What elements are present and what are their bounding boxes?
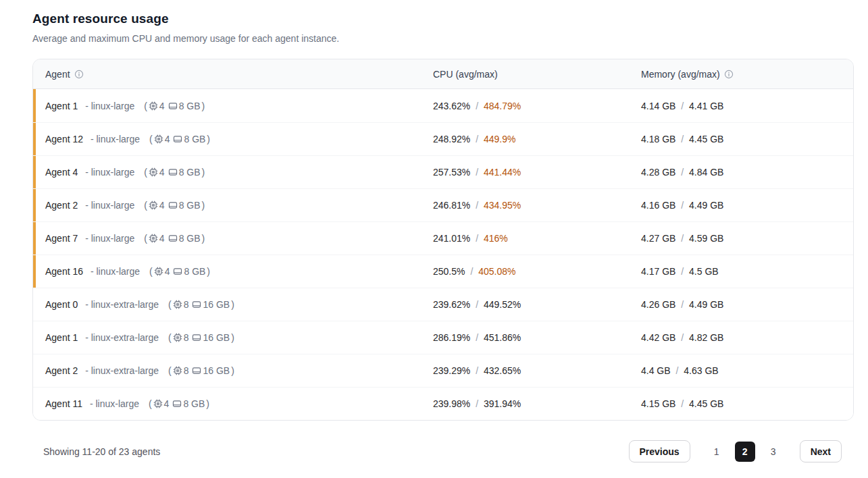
info-icon[interactable] bbox=[724, 70, 734, 79]
spec-paren-close: ) bbox=[206, 398, 209, 409]
spec-cpu-count: 4 bbox=[159, 200, 165, 211]
value-separator: / bbox=[681, 398, 684, 409]
memory-icon bbox=[172, 399, 182, 408]
table-header-row: Agent CPU (avg/max) Memory (avg/max) bbox=[33, 59, 853, 89]
cpu-cell: 241.01% / 416% bbox=[421, 233, 629, 244]
spec-cpu-count: 4 bbox=[165, 134, 170, 144]
agent-name: Agent 11 bbox=[45, 398, 82, 409]
spec-paren-close: ) bbox=[231, 365, 234, 376]
agent-resource-usage-panel: Agent resource usage Average and maximum… bbox=[0, 0, 868, 462]
spec-cpu-count: 8 bbox=[184, 365, 189, 376]
memory-max-value: 4.45 GB bbox=[689, 134, 723, 144]
memory-icon bbox=[173, 267, 182, 276]
memory-avg-value: 4.16 GB bbox=[641, 200, 675, 211]
column-header-agent: Agent bbox=[33, 69, 421, 80]
memory-avg-value: 4.15 GB bbox=[641, 398, 675, 409]
cpu-cell: 239.98% / 391.94% bbox=[421, 398, 629, 409]
page-title: Agent resource usage bbox=[32, 11, 854, 26]
value-separator: / bbox=[681, 233, 684, 244]
memory-icon bbox=[173, 134, 182, 144]
spec-paren-open: ( bbox=[149, 266, 153, 277]
agent-instance-type: - linux-extra-large bbox=[85, 299, 159, 310]
value-separator: / bbox=[476, 332, 478, 343]
value-separator: / bbox=[681, 332, 684, 343]
spec-cpu-count: 4 bbox=[165, 266, 170, 277]
showing-count-label: Showing 11-20 of 23 agents bbox=[43, 446, 160, 457]
value-separator: / bbox=[476, 398, 478, 409]
agent-instance-type: - linux-large bbox=[85, 101, 134, 111]
spec-paren-close: ) bbox=[202, 101, 205, 111]
page-number-3[interactable]: 3 bbox=[763, 442, 784, 462]
table-row: Agent 12 - linux-large ( 4 8 GB ) 248.92… bbox=[33, 122, 853, 155]
memory-cell: 4.15 GB / 4.45 GB bbox=[629, 398, 853, 409]
cpu-cell: 239.29% / 432.65% bbox=[421, 365, 629, 376]
cpu-chip-icon bbox=[154, 134, 163, 144]
spec-paren-open: ( bbox=[168, 365, 172, 376]
memory-icon bbox=[192, 366, 201, 375]
value-separator: / bbox=[476, 299, 478, 310]
spec-ram-size: 8 GB bbox=[179, 200, 201, 211]
agent-cell: Agent 1 - linux-extra-large ( 8 16 GB ) bbox=[33, 332, 421, 343]
agent-name: Agent 2 bbox=[45, 365, 78, 376]
cpu-avg-value: 239.62% bbox=[433, 299, 470, 310]
cpu-chip-icon bbox=[173, 366, 182, 375]
spec-ram-size: 8 GB bbox=[179, 233, 201, 244]
memory-max-value: 4.49 GB bbox=[689, 200, 723, 211]
cpu-chip-icon bbox=[149, 234, 158, 243]
warning-bar bbox=[33, 123, 36, 155]
memory-avg-value: 4.42 GB bbox=[641, 332, 675, 343]
spec-cpu-count: 4 bbox=[164, 398, 170, 409]
agent-name: Agent 16 bbox=[45, 266, 83, 277]
cpu-avg-value: 250.5% bbox=[433, 266, 465, 277]
warning-bar bbox=[33, 189, 36, 221]
spec-cpu-count: 4 bbox=[159, 101, 165, 111]
cpu-avg-value: 246.81% bbox=[433, 200, 470, 211]
cpu-max-value: 449.9% bbox=[484, 134, 515, 144]
agent-instance-type: - linux-large bbox=[91, 266, 140, 277]
agent-spec: ( 4 8 GB ) bbox=[149, 398, 209, 409]
memory-icon bbox=[168, 234, 178, 243]
cpu-column-label: CPU (avg/max) bbox=[433, 69, 498, 80]
spec-paren-close: ) bbox=[202, 167, 205, 178]
spec-paren-open: ( bbox=[149, 134, 153, 144]
memory-max-value: 4.63 GB bbox=[684, 365, 718, 376]
cpu-max-value: 416% bbox=[484, 233, 508, 244]
previous-page-button[interactable]: Previous bbox=[629, 440, 690, 462]
cpu-avg-value: 257.53% bbox=[433, 167, 470, 178]
value-separator: / bbox=[476, 233, 478, 244]
agent-spec: ( 8 16 GB ) bbox=[168, 365, 234, 376]
agent-spec: ( 8 16 GB ) bbox=[168, 332, 234, 343]
spec-ram-size: 16 GB bbox=[203, 365, 230, 376]
value-separator: / bbox=[476, 200, 478, 211]
agent-column-label: Agent bbox=[45, 69, 70, 80]
memory-cell: 4.28 GB / 4.84 GB bbox=[629, 167, 853, 178]
memory-max-value: 4.45 GB bbox=[689, 398, 723, 409]
agent-spec: ( 4 8 GB ) bbox=[149, 134, 210, 144]
next-page-button[interactable]: Next bbox=[800, 440, 842, 462]
spec-ram-size: 16 GB bbox=[203, 299, 230, 310]
agent-instance-type: - linux-extra-large bbox=[85, 332, 159, 343]
memory-avg-value: 4.18 GB bbox=[641, 134, 675, 144]
column-header-memory: Memory (avg/max) bbox=[629, 69, 853, 80]
cpu-cell: 286.19% / 451.86% bbox=[421, 332, 629, 343]
table-row: Agent 4 - linux-large ( 4 8 GB ) 257.53%… bbox=[33, 155, 853, 188]
page-number-2[interactable]: 2 bbox=[735, 442, 755, 462]
value-separator: / bbox=[675, 365, 678, 376]
spec-paren-close: ) bbox=[207, 134, 210, 144]
spec-paren-close: ) bbox=[207, 266, 210, 277]
agent-instance-type: - linux-large bbox=[90, 398, 139, 409]
cpu-max-value: 405.08% bbox=[478, 266, 515, 277]
agent-cell: Agent 7 - linux-large ( 4 8 GB ) bbox=[33, 233, 421, 244]
info-icon[interactable] bbox=[74, 70, 84, 79]
cpu-avg-value: 248.92% bbox=[433, 134, 470, 144]
memory-cell: 4.14 GB / 4.41 GB bbox=[629, 101, 853, 111]
spec-cpu-count: 4 bbox=[159, 233, 165, 244]
value-separator: / bbox=[476, 101, 478, 111]
spec-paren-close: ) bbox=[202, 200, 205, 211]
page-number-1[interactable]: 1 bbox=[707, 442, 727, 462]
agent-instance-type: - linux-extra-large bbox=[85, 365, 159, 376]
agent-name: Agent 12 bbox=[45, 134, 83, 144]
memory-icon bbox=[168, 167, 178, 177]
cpu-avg-value: 239.98% bbox=[433, 398, 470, 409]
memory-icon bbox=[168, 201, 178, 210]
